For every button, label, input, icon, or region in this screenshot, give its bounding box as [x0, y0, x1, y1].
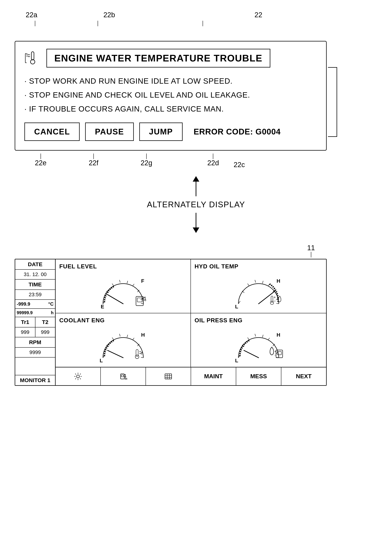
svg-rect-50 [136, 349, 138, 356]
svg-line-25 [255, 280, 256, 283]
svg-text:−: − [274, 353, 276, 357]
temp-row: -999.9 °C [15, 300, 55, 309]
svg-text:H: H [277, 278, 280, 284]
svg-line-75 [80, 374, 81, 374]
svg-line-43 [133, 338, 134, 340]
temp-icon [25, 50, 41, 66]
fuel-button[interactable]: /H [101, 367, 146, 385]
svg-line-14 [107, 295, 123, 304]
coolant-gauge-svg: H L [59, 327, 187, 363]
monitor-button[interactable] [146, 367, 191, 385]
arrow-down-line [196, 213, 196, 228]
tr1-label: Tr1 [15, 317, 35, 327]
svg-line-42 [127, 335, 128, 337]
svg-rect-78 [121, 375, 124, 377]
tr-t2-values: 999 999 [15, 328, 55, 337]
svg-line-10 [133, 284, 134, 286]
svg-line-19 [143, 297, 145, 298]
svg-line-7 [112, 284, 114, 286]
svg-line-24 [248, 284, 249, 286]
svg-text:/H: /H [124, 377, 127, 380]
ref-22c: 22c [234, 161, 245, 169]
gauge-coolant: COOLANT ENG [56, 313, 191, 367]
svg-text:−: − [274, 299, 276, 303]
time-value: 23:59 [15, 290, 55, 300]
temp-unit: °C [48, 301, 54, 307]
panel-11: DATE 31. 12. 00 TIME 23:59 -999.9 °C 999… [15, 259, 327, 386]
rpm-value: 9999 [15, 348, 55, 358]
oil-title: OIL PRESS ENG [194, 317, 243, 324]
svg-text:+: + [274, 350, 276, 353]
time-label: TIME [15, 279, 55, 290]
pause-button[interactable]: PAUSE [85, 123, 134, 141]
maint-button[interactable]: MAINT [191, 367, 236, 385]
svg-line-40 [112, 338, 114, 340]
ref-22: 22 [255, 11, 262, 19]
instructions-section: · STOP WORK AND RUN ENGINE IDLE AT LOW S… [25, 77, 317, 113]
error-code: ERROR CODE: G0004 [194, 127, 281, 136]
ref-22d: 22d [207, 159, 219, 167]
svg-rect-64 [276, 350, 283, 358]
svg-line-76 [75, 378, 76, 379]
next-button[interactable]: NEXT [281, 367, 326, 385]
svg-line-49 [107, 350, 123, 358]
ref-22b: 22b [103, 11, 115, 19]
hours-row: 99999.9 h [15, 309, 55, 317]
ref-22e: 22e [35, 159, 46, 167]
svg-point-51 [135, 355, 139, 359]
hours-value: 99999.9 [17, 310, 33, 315]
tr1-value: 999 [15, 328, 35, 337]
alternately-section: ALTERNATELY DISPLAY [15, 176, 377, 233]
ref-22a: 22a [26, 11, 37, 19]
t2-value: 999 [35, 328, 55, 337]
gauge-hyd: HYD OIL TEMP [191, 259, 326, 313]
bracket-22c [328, 67, 337, 137]
tr-t2-labels: Tr1 T2 [15, 317, 55, 328]
gauge-fuel: FUEL LEVEL [56, 259, 191, 313]
svg-line-57 [268, 338, 270, 340]
fuel-title: FUEL LEVEL [59, 263, 97, 270]
svg-line-63 [244, 350, 259, 358]
svg-line-27 [268, 284, 270, 286]
svg-line-30 [276, 303, 279, 304]
jump-button[interactable]: JUMP [139, 123, 183, 141]
ref-22g: 22g [141, 159, 152, 167]
hours-unit: h [51, 310, 54, 315]
mess-button[interactable]: MESS [236, 367, 281, 385]
svg-line-73 [75, 374, 76, 374]
svg-point-1 [31, 60, 35, 64]
gauges-grid: FUEL LEVEL [56, 259, 326, 367]
svg-line-12 [141, 298, 143, 300]
svg-line-33 [259, 291, 275, 304]
monitor-label: MONITOR 1 [15, 375, 55, 385]
instruction-2: · STOP ENGINE AND CHECK OIL LEVEL AND OI… [25, 91, 317, 99]
svg-rect-18 [137, 298, 142, 302]
hyd-title: HYD OIL TEMP [194, 263, 238, 270]
empty-cell [15, 358, 55, 375]
svg-line-46 [141, 357, 143, 358]
svg-line-54 [248, 338, 249, 340]
rpm-label: RPM [15, 337, 55, 348]
trouble-title: ENGINE WATER TEMPERATURE TROUBLE [46, 49, 270, 68]
ref-11: 11 [307, 244, 315, 252]
svg-text:H: H [141, 332, 145, 338]
hyd-gauge-svg: H L + − [194, 272, 323, 309]
instruction-3: · IF TROUBLE OCCURS AGAIN, CALL SERVICE … [25, 105, 317, 113]
toolbar-bottom: /H MAINT [56, 367, 326, 385]
instruction-1: · STOP WORK AND RUN ENGINE IDLE AT LOW S… [25, 77, 317, 86]
svg-text:L: L [235, 304, 238, 309]
gauge-oil: OIL PRESS ENG [191, 313, 326, 367]
svg-text:H: H [277, 332, 280, 338]
cancel-button[interactable]: CANCEL [25, 123, 80, 141]
svg-line-26 [262, 281, 263, 283]
brightness-button[interactable] [56, 367, 101, 385]
t2-label: T2 [35, 317, 55, 327]
panel-22: ENGINE WATER TEMPERATURE TROUBLE · STOP … [15, 41, 327, 151]
alternately-text: ALTERNATELY DISPLAY [147, 200, 245, 209]
svg-line-55 [255, 334, 256, 336]
oil-gauge-svg: H L + [194, 327, 323, 363]
svg-line-74 [80, 378, 81, 379]
svg-line-41 [119, 334, 120, 336]
arrow-up-head [193, 176, 199, 182]
svg-point-68 [76, 375, 80, 378]
